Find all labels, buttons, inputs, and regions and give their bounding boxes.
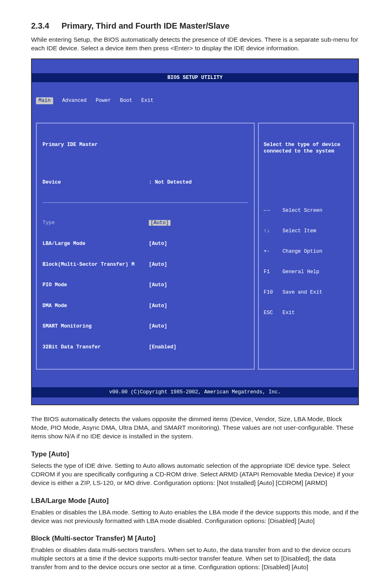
bios-menubar: Main Advanced Power Boot Exit [32, 96, 358, 106]
bios-title: BIOS SETUP UTILITY [32, 73, 358, 83]
help-key-3: F1 [264, 269, 278, 275]
bios-row-value-2[interactable]: [Auto] [149, 261, 167, 268]
help-key-1: ↑↓ [264, 228, 278, 234]
section-number: 2.3.4 [31, 20, 49, 31]
bios-tab-main[interactable]: Main [36, 97, 53, 104]
bios-device-label: Device [43, 179, 149, 186]
type-body: Selects the type of IDE drive. Setting t… [31, 462, 359, 487]
bios-row-label-6: 32Bit Data Transfer [43, 344, 149, 351]
type-heading: Type [Auto] [31, 450, 359, 459]
bios-row-value-1[interactable]: [Auto] [149, 240, 167, 247]
lba-body: Enables or disables the LBA mode. Settin… [31, 508, 359, 525]
bios-tab-advanced[interactable]: Advanced [62, 97, 87, 104]
help-key-5: ESC [264, 310, 278, 316]
block-body: Enables or disables data multi-sectors t… [31, 546, 359, 572]
bios-row-label-3: PIO Mode [43, 282, 149, 289]
block-heading: Block (Multi-sector Transfer) M [Auto] [31, 534, 359, 543]
bios-row-label-1: LBA/Large Mode [43, 240, 149, 247]
intro-paragraph: While entering Setup, the BIOS automatic… [31, 36, 359, 53]
help-key-text-4: Save and Exit [282, 289, 323, 296]
bios-row-value-4[interactable]: [Auto] [149, 303, 167, 310]
bios-row-label-0: Type [43, 220, 149, 227]
help-key-text-2: Change Option [282, 248, 323, 255]
section-heading: 2.3.4Primary, Third and Fourth IDE Maste… [31, 20, 359, 31]
bios-tab-exit[interactable]: Exit [141, 97, 154, 104]
bios-footer: v00.00 (C)Copyright 1985-2002, American … [32, 387, 358, 397]
bios-tab-boot[interactable]: Boot [120, 97, 132, 104]
bios-row-value-6[interactable]: [Enabled] [149, 344, 177, 351]
bios-main-panel: Primary IDE Master Device : Not Detected… [36, 123, 255, 370]
bios-header-line: Primary IDE Master [43, 141, 248, 148]
after-bios-paragraph: The BIOS automatically detects the value… [31, 415, 359, 441]
bios-row-value-0[interactable]: [Auto] [149, 220, 170, 226]
bios-row-label-5: SMART Monitoring [43, 323, 149, 330]
bios-row-label-2: Block(Multi-Sector Transfer) M [43, 261, 149, 268]
help-key-text-0: Select Screen [282, 207, 323, 214]
help-key-4: F10 [264, 289, 278, 296]
help-key-0: ←→ [264, 207, 278, 214]
bios-help-keys: ←→Select Screen ↑↓Select Item +-Change O… [264, 193, 348, 330]
bios-row-label-4: DMA Mode [43, 303, 149, 310]
help-key-text-5: Exit [282, 310, 295, 316]
bios-row-value-5[interactable]: [Auto] [149, 323, 167, 330]
help-key-text-1: Select Item [282, 228, 316, 234]
bios-row-value-3[interactable]: [Auto] [149, 282, 167, 289]
bios-tab-power[interactable]: Power [96, 97, 111, 104]
help-key-2: +- [264, 248, 278, 255]
bios-help-panel: Select the type of device connected to t… [258, 123, 354, 370]
lba-heading: LBA/Large Mode [Auto] [31, 496, 359, 506]
bios-screenshot: BIOS SETUP UTILITY Main Advanced Power B… [31, 58, 359, 405]
divider [43, 202, 248, 203]
bios-help-text: Select the type of device connected to t… [264, 141, 348, 155]
bios-device-value: : Not Detected [149, 179, 192, 186]
help-key-text-3: General Help [282, 269, 319, 275]
section-title-text: Primary, Third and Fourth IDE Master/Sla… [61, 21, 229, 30]
